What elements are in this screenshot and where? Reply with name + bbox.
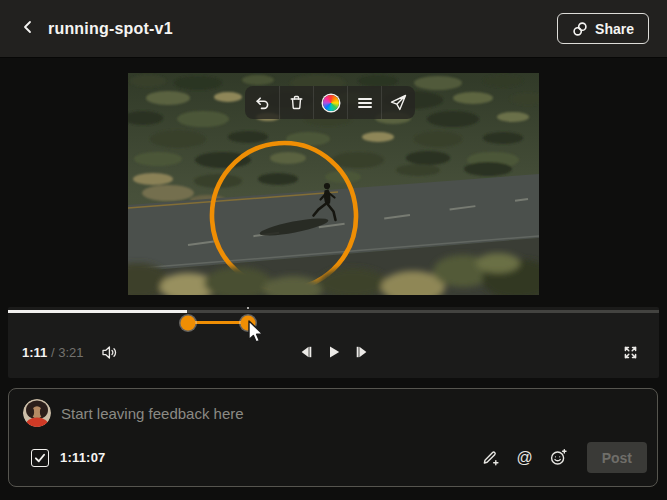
step-back-icon xyxy=(299,345,313,359)
color-wheel-icon xyxy=(323,95,339,111)
step-forward-icon xyxy=(355,345,369,359)
at-icon: @ xyxy=(517,449,533,467)
emoji-button[interactable] xyxy=(545,444,573,472)
player-panel: 1:11 / 3:21 xyxy=(8,307,659,378)
comment-timestamp: 1:11:07 xyxy=(60,450,106,465)
feedback-input[interactable] xyxy=(61,405,643,422)
timeline-comment-marker xyxy=(247,307,249,309)
undo-button[interactable] xyxy=(245,86,279,119)
video-player[interactable] xyxy=(128,73,539,295)
transport-controls xyxy=(299,345,369,359)
send-annotation-button[interactable] xyxy=(381,86,415,119)
mention-button[interactable]: @ xyxy=(511,444,539,472)
avatar xyxy=(23,399,51,427)
check-icon xyxy=(34,452,46,464)
timeline-progress xyxy=(8,310,187,313)
fullscreen-expand-icon xyxy=(622,344,639,361)
post-button[interactable]: Post xyxy=(587,442,647,473)
delete-annotation-button[interactable] xyxy=(279,86,313,119)
chevron-left-icon xyxy=(20,19,36,38)
undo-icon xyxy=(253,94,271,112)
draw-annotation-button[interactable] xyxy=(477,444,505,472)
speaker-icon xyxy=(101,345,118,360)
page-title: running-spot-v1 xyxy=(48,20,173,38)
pencil-plus-icon xyxy=(481,448,500,467)
timestamp-checkbox[interactable] xyxy=(31,449,49,467)
next-frame-button[interactable] xyxy=(355,345,369,359)
annotation-toolbar xyxy=(245,86,415,119)
link-icon xyxy=(572,21,588,37)
play-icon xyxy=(327,345,341,359)
previous-frame-button[interactable] xyxy=(299,345,313,359)
comment-composer: 1:11:07 @ xyxy=(8,388,658,487)
timeline[interactable] xyxy=(8,310,659,313)
stroke-options-button[interactable] xyxy=(347,86,381,119)
trash-icon xyxy=(288,94,305,111)
share-button-label: Share xyxy=(595,21,634,37)
volume-button[interactable] xyxy=(101,345,118,360)
current-time: 1:11 xyxy=(22,345,47,360)
total-time: 3:21 xyxy=(58,345,83,360)
top-bar: running-spot-v1 Share xyxy=(0,0,667,58)
color-picker-button[interactable] xyxy=(313,86,347,119)
comment-actions-row: 1:11:07 @ xyxy=(9,442,657,486)
comment-input-row xyxy=(9,389,657,427)
playback-controls: 1:11 / 3:21 xyxy=(8,326,659,378)
paper-plane-icon xyxy=(389,93,408,112)
back-button[interactable] xyxy=(16,17,40,41)
fullscreen-button[interactable] xyxy=(622,344,639,361)
play-button[interactable] xyxy=(327,345,341,359)
time-separator: / xyxy=(47,345,58,360)
emoji-plus-icon xyxy=(549,448,568,467)
annotation-range-line xyxy=(188,321,248,324)
stroke-lines-icon xyxy=(357,96,373,110)
time-display: 1:11 / 3:21 xyxy=(22,345,83,360)
share-button[interactable]: Share xyxy=(557,13,649,44)
comment-tools: @ Post xyxy=(477,442,647,473)
